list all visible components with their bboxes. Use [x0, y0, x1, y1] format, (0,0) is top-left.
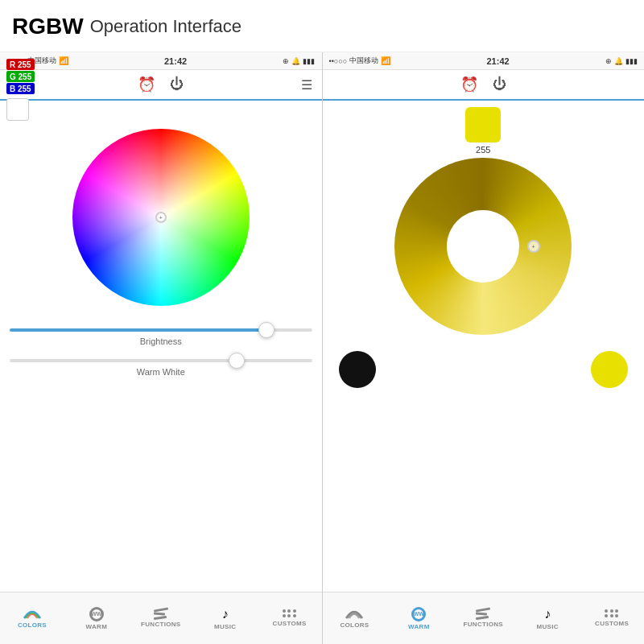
warmwhite-thumb[interactable]	[229, 353, 245, 369]
right-nav-functions[interactable]: FUNCTIONS	[451, 592, 515, 644]
right-functions-icon	[476, 609, 490, 619]
left-status-bar: ••○○○ 中国移动 📶 21:42 ⊕ 🔔 ▮▮▮	[0, 52, 322, 70]
left-colors-label: COLORS	[18, 621, 47, 629]
left-alarm-icon[interactable]: ⏰	[138, 76, 155, 93]
left-nav-customs[interactable]: CUSTOMS	[258, 592, 322, 644]
left-functions-icon	[154, 609, 168, 619]
right-battery-icon: ▮▮▮	[625, 57, 638, 65]
left-functions-label: FUNCTIONS	[141, 621, 180, 628]
color-wheel[interactable]: +	[72, 129, 250, 306]
left-nav-functions[interactable]: FUNCTIONS	[129, 592, 193, 644]
left-warm-icon: WW	[89, 607, 104, 621]
warm-ring-container[interactable]: +	[323, 158, 645, 335]
right-nav-customs[interactable]: CUSTOMS	[580, 592, 644, 644]
white-swatch	[6, 98, 29, 121]
right-time: 21:42	[486, 56, 509, 66]
left-time: 21:42	[164, 56, 187, 66]
warm-ring[interactable]: +	[394, 158, 572, 335]
left-warm-label: WARM	[86, 623, 108, 630]
rgb-indicators: R 255 G 255 B 255	[6, 59, 35, 121]
brightness-thumb[interactable]	[258, 322, 275, 338]
left-battery-icon: ▮▮▮	[303, 57, 315, 65]
color-preview: 255	[465, 107, 501, 155]
right-colors-label: COLORS	[340, 621, 369, 629]
right-top-area: 255	[323, 101, 645, 155]
left-colors-icon	[23, 609, 42, 620]
left-bt-icon: ⊕	[283, 57, 289, 65]
right-carrier: 中国移动	[349, 56, 378, 66]
left-bottom-nav: COLORS WW WARM FUNCTIONS	[0, 592, 322, 644]
title-bold: RGBW	[12, 14, 84, 39]
title-normal: Operation Interface	[90, 16, 242, 37]
left-bell-icon: 🔔	[291, 57, 300, 65]
right-signal: ••○○○	[329, 57, 348, 65]
r-indicator: R 255	[6, 59, 35, 70]
right-status-bar: ••○○○ 中国移动 📶 21:42 ⊕ 🔔 ▮▮▮	[323, 52, 645, 70]
warmwhite-slider-row: Warm White	[10, 359, 312, 377]
left-wifi-icon: 📶	[59, 56, 68, 65]
right-alarm-icon[interactable]: ⏰	[460, 76, 478, 93]
left-nav-bar: ☰ ⏰ ⏻ ☰	[0, 70, 322, 101]
right-customs-icon	[605, 609, 619, 617]
right-nav-music[interactable]: ♪ MUSIC	[515, 592, 580, 644]
left-phone-panel: ••○○○ 中国移动 📶 21:42 ⊕ 🔔 ▮▮▮ ☰ ⏰ ⏻	[0, 52, 323, 644]
right-bell-icon: 🔔	[614, 57, 623, 65]
right-power-icon[interactable]: ⏻	[493, 76, 506, 93]
warmwhite-label: Warm White	[10, 367, 312, 377]
right-warm-label: WARM	[408, 623, 430, 630]
right-functions-label: FUNCTIONS	[464, 621, 503, 628]
right-nav-center-icons: ⏰ ⏻	[460, 76, 506, 93]
left-music-label: MUSIC	[214, 623, 236, 630]
right-phone-panel: ••○○○ 中国移动 📶 21:42 ⊕ 🔔 ▮▮▮ ⏰ ⏻	[323, 52, 645, 644]
right-music-label: MUSIC	[537, 623, 559, 630]
left-nav-colors[interactable]: COLORS	[0, 592, 64, 644]
left-music-icon: ♪	[222, 607, 229, 621]
right-nav-warm[interactable]: WW WARM	[386, 592, 451, 644]
right-wifi-icon: 📶	[381, 56, 390, 65]
right-colors-icon	[345, 609, 364, 620]
left-status-right: ⊕ 🔔 ▮▮▮	[283, 57, 315, 65]
left-power-icon[interactable]: ⏻	[170, 76, 184, 93]
title-bar: RGBW Operation Interface	[0, 0, 644, 52]
left-menu2-icon[interactable]: ☰	[301, 77, 312, 93]
g-indicator: G 255	[6, 71, 35, 82]
preview-swatch	[465, 107, 501, 142]
swatches-row	[323, 341, 645, 398]
warm-ring-dot[interactable]: +	[527, 240, 540, 253]
right-music-icon: ♪	[544, 607, 551, 621]
left-customs-icon	[283, 609, 297, 617]
b-indicator: B 255	[6, 83, 35, 94]
color-wheel-container[interactable]: +	[0, 129, 322, 306]
yellow-swatch[interactable]	[591, 351, 628, 388]
left-customs-label: CUSTOMS	[273, 620, 307, 627]
wheel-center-dot: +	[155, 212, 167, 223]
right-bottom-nav: COLORS WW WARM FUNCTIONS	[323, 592, 645, 644]
sliders-area: Brightness Warm White	[0, 322, 322, 390]
right-warm-icon: WW	[411, 607, 426, 621]
right-status-right: ⊕ 🔔 ▮▮▮	[605, 57, 638, 65]
left-nav-center-icons: ⏰ ⏻	[138, 76, 184, 93]
preview-value: 255	[476, 145, 490, 155]
warmwhite-track[interactable]	[10, 359, 312, 362]
left-nav-warm[interactable]: WW WARM	[64, 592, 129, 644]
right-customs-label: CUSTOMS	[595, 620, 629, 627]
brightness-slider-row: Brightness	[10, 328, 312, 346]
right-status-left: ••○○○ 中国移动 📶	[329, 56, 391, 66]
brightness-track[interactable]	[10, 328, 312, 332]
right-nav-colors[interactable]: COLORS	[323, 592, 387, 644]
right-nav-bar: ⏰ ⏻	[323, 70, 645, 101]
right-bt-icon: ⊕	[605, 57, 612, 65]
left-nav-music[interactable]: ♪ MUSIC	[193, 592, 258, 644]
warm-ring-inner	[447, 210, 519, 283]
black-swatch[interactable]	[339, 351, 376, 388]
left-nav-right-icons: ☰	[301, 77, 312, 93]
